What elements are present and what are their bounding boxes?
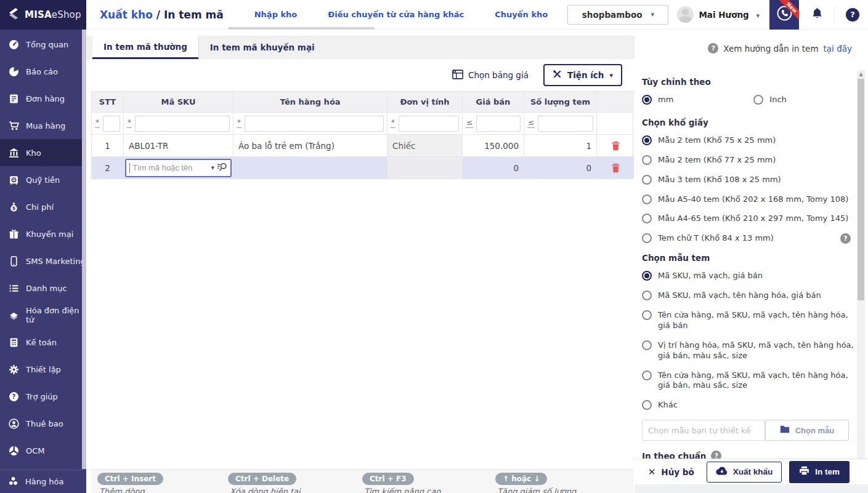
sidebar-item-sms-marketing[interactable]: SMS Marketing — [0, 247, 86, 275]
filter-input-sku[interactable] — [135, 116, 230, 132]
shortcut-desc: Thêm dòng — [99, 487, 163, 493]
export-button[interactable]: Xuất khẩu — [707, 462, 782, 483]
sidebar-item-thue-bao[interactable]: Thuê bao — [0, 410, 86, 437]
question-icon[interactable]: ? — [840, 233, 851, 244]
radio-paper-size-6[interactable]: Tem chữ T (Khổ 84 x 13 mm)? — [642, 233, 854, 244]
sidebar-item-ke-toan[interactable]: Kế toán — [0, 329, 86, 356]
radio-paper-size-2[interactable]: Mẫu 2 tem (Khổ 77 x 25 mm) — [642, 155, 854, 166]
filter-input-stt[interactable] — [103, 116, 120, 132]
cancel-button[interactable]: ✕ Hủy bỏ — [648, 467, 694, 478]
nav-tab-nhap-kho[interactable]: Nhập kho — [254, 10, 298, 19]
sidebar-menu: Tổng quan Báo cáo Đơn hàng Mua hàng Kho … — [0, 30, 86, 464]
sidebar-item-tro-giup[interactable]: ? Trợ giúp — [0, 383, 86, 410]
sidebar-item-danh-muc[interactable]: Danh mục — [0, 275, 86, 302]
gear-icon — [8, 364, 19, 375]
goods-icon — [8, 476, 18, 488]
col-header-qty[interactable]: Số lượng tem — [524, 92, 597, 113]
sidebar-item-tong-quan[interactable]: Tổng quan — [0, 31, 86, 58]
sidebar-item-chi-phi[interactable]: $ Chi phí — [0, 193, 86, 220]
custom-template-row: Chọn mẫu — [642, 420, 854, 441]
delete-row-button[interactable] — [611, 163, 620, 173]
delete-row-button[interactable] — [611, 141, 620, 151]
radio-paper-size-1[interactable]: Mẫu 2 tem (Khổ 75 x 25 mm) — [642, 135, 854, 146]
page-title: In tem mã — [164, 9, 224, 21]
app-logo[interactable]: MISAeShop — [0, 0, 86, 30]
question-icon[interactable]: ? — [708, 43, 718, 54]
panel-scrollbar[interactable]: ▲ ▼ — [857, 70, 865, 476]
choose-price-table-button[interactable]: S Chọn bảng giá — [452, 70, 529, 81]
radio-template-3[interactable]: Tên cửa hàng, mã SKU, mã vạch, tên hàng … — [642, 310, 854, 331]
print-button[interactable]: In tem — [789, 461, 850, 483]
sidebar-scrollbar[interactable] — [82, 30, 86, 469]
radio-paper-size-5[interactable]: Mẫu A4-65 tem (Khổ 210 x 297 mm, Tomy 14… — [642, 214, 854, 224]
table-row[interactable]: 2 ▾ 0 0 — [92, 157, 633, 179]
filter-op-stt[interactable]: * — [95, 119, 100, 127]
cell-sku[interactable]: ABL01-TR — [124, 135, 233, 157]
cell-price[interactable]: 150.000 — [463, 135, 524, 157]
panel-scrollbar-thumb[interactable] — [858, 79, 864, 300]
cell-price[interactable]: 0 — [463, 157, 524, 179]
guide-link[interactable]: tại đây — [824, 44, 852, 54]
sidebar-item-thiet-lap[interactable]: Thiết lập — [0, 356, 86, 383]
radio-template-4[interactable]: Vị trí hàng hóa, mã SKU, mã vạch, tên hà… — [642, 340, 854, 361]
store-selector[interactable]: shopbamboo ▾ — [567, 5, 668, 25]
nav-tab-chuyen-kho[interactable]: Chuyển kho — [495, 10, 548, 19]
support-button[interactable]: New — [769, 0, 799, 30]
item-search-input[interactable] — [132, 163, 208, 172]
table-row[interactable]: 1 ABL01-TR Áo ba lỗ trẻ em (Trắng) Chiếc… — [92, 135, 633, 157]
utilities-button[interactable]: Tiện ích ▾ — [543, 64, 622, 86]
notifications-button[interactable] — [811, 7, 823, 22]
filter-op-name[interactable]: * — [237, 119, 241, 127]
sidebar-item-ocm[interactable]: OCM — [0, 437, 86, 464]
sidebar-item-khuyen-mai[interactable]: Khuyến mại — [0, 220, 86, 247]
col-header-stt[interactable]: STT — [92, 92, 124, 113]
sidebar-item-hoa-don-dien-tu[interactable]: Hóa đơn điện tử — [0, 302, 86, 329]
choose-template-button[interactable]: Chọn mẫu — [765, 420, 849, 441]
radio-template-other[interactable]: Khác — [642, 400, 854, 411]
radio-template-1[interactable]: Mã SKU, mã vạch, giá bán — [642, 271, 854, 281]
filter-input-unit[interactable] — [399, 116, 459, 132]
tab-in-tem-ma-khuyen-mai[interactable]: In tem mã khuyến mại — [198, 36, 326, 59]
advanced-search-icon[interactable] — [217, 162, 227, 174]
item-search-combobox[interactable]: ▾ — [125, 159, 232, 177]
sidebar-item-kho[interactable]: Kho — [0, 139, 86, 166]
radio-unit-mm[interactable]: mm — [642, 95, 673, 105]
filter-op-price[interactable]: ≤ — [466, 119, 473, 127]
radio-unit-inch[interactable]: Inch — [753, 95, 786, 105]
breadcrumb: Xuất kho / In tem mã — [100, 9, 224, 21]
radio-template-2[interactable]: Mã SKU, mã vạch, tên hàng hóa, giá bán — [642, 291, 854, 301]
custom-template-input[interactable] — [642, 420, 765, 441]
radio-paper-size-3[interactable]: Mẫu 3 tem (Khổ 108 x 25 mm) — [642, 175, 854, 185]
chevron-down-icon[interactable]: ▾ — [211, 164, 214, 172]
user-menu[interactable]: Mai Hương ▾ — [699, 10, 760, 20]
cell-name[interactable] — [233, 157, 387, 179]
sidebar-item-don-hang[interactable]: Đơn hàng — [0, 85, 86, 112]
tab-in-tem-ma-thuong[interactable]: In tem mã thường — [92, 36, 198, 59]
scroll-up-icon[interactable]: ▲ — [857, 70, 865, 78]
col-header-unit[interactable]: Đơn vị tính — [387, 92, 463, 113]
col-header-sku[interactable]: Mã SKU — [124, 92, 233, 113]
cell-name[interactable]: Áo ba lỗ trẻ em (Trắng) — [233, 135, 387, 157]
help-button[interactable]: ? — [846, 8, 859, 22]
filter-input-qty[interactable] — [538, 116, 593, 132]
col-header-name[interactable]: Tên hàng hóa — [233, 92, 387, 113]
filter-op-unit[interactable]: * — [391, 119, 395, 127]
sidebar-item-hang-hoa[interactable]: Hàng hóa — [0, 470, 86, 493]
radio-paper-size-4[interactable]: Mẫu A5-40 tem (Khổ 202 x 168 mm, Tomy 10… — [642, 194, 854, 205]
shortcut-advanced-search: Ctrl + F3 Tìm kiếm nâng cao — [362, 472, 440, 493]
breadcrumb-section[interactable]: Xuất kho — [100, 9, 153, 21]
nav-tab-dieu-chuyen[interactable]: Điều chuyển từ cửa hàng khác — [328, 10, 464, 19]
col-header-price[interactable]: Giá bán — [463, 92, 524, 113]
filter-input-name[interactable] — [245, 116, 384, 132]
sidebar-item-quy-tien[interactable]: Quỹ tiền — [0, 166, 86, 193]
gift-icon — [8, 229, 19, 239]
avatar[interactable] — [677, 6, 694, 23]
cell-qty[interactable]: 1 — [524, 135, 597, 157]
sidebar-item-bao-cao[interactable]: Báo cáo — [0, 58, 86, 85]
radio-template-5[interactable]: Tên cửa hàng, mã SKU, mã vạch, tên hàng … — [642, 371, 854, 391]
filter-op-sku[interactable]: * — [127, 119, 132, 127]
filter-op-qty[interactable]: ≤ — [527, 119, 535, 127]
sidebar-item-mua-hang[interactable]: Mua hàng — [0, 112, 86, 139]
cell-qty[interactable]: 0 — [524, 157, 597, 179]
filter-input-price[interactable] — [476, 116, 521, 132]
